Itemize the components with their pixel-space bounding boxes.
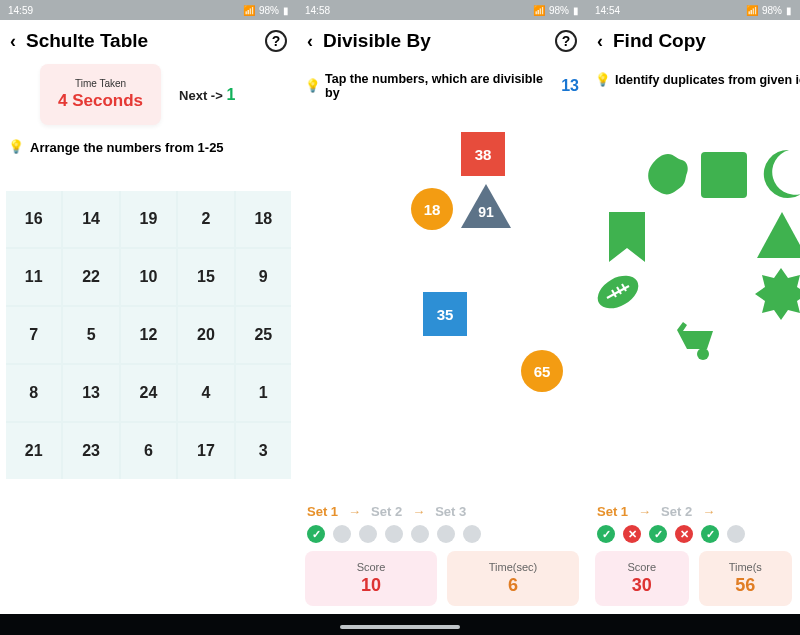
grid-cell[interactable]: 3 (236, 423, 291, 479)
wifi-icon: 📶 (243, 5, 255, 16)
arrow-icon: → (412, 504, 425, 519)
status-bar: 14:54 📶 98% ▮ (587, 0, 800, 20)
number-circle[interactable]: 18 (411, 188, 453, 230)
set-tab[interactable]: Set 1 (597, 504, 628, 519)
header: ‹ Find Copy (587, 20, 800, 58)
back-button[interactable]: ‹ (307, 31, 313, 52)
football-icon[interactable] (595, 270, 641, 314)
findcopy-screen: 14:54 📶 98% ▮ ‹ Find Copy 💡 Identify dup… (587, 0, 800, 614)
grid-cell[interactable]: 24 (121, 365, 176, 421)
grid-cell[interactable]: 12 (121, 307, 176, 363)
progress-dot (307, 525, 325, 543)
progress-dot (437, 525, 455, 543)
status-bar: 14:59 📶 98% ▮ (0, 0, 297, 20)
grid-cell[interactable]: 22 (63, 249, 118, 305)
grid-cell[interactable]: 2 (178, 191, 233, 247)
grid-cell[interactable]: 23 (63, 423, 118, 479)
grid-cell[interactable]: 1 (236, 365, 291, 421)
help-button[interactable]: ? (265, 30, 287, 52)
grid-cell[interactable]: 20 (178, 307, 233, 363)
grid-cell[interactable]: 21 (6, 423, 61, 479)
time-taken-card: Time Taken 4 Seconds (40, 64, 161, 125)
score-label: Score (599, 561, 685, 573)
help-button[interactable]: ? (555, 30, 577, 52)
progress-dot (727, 525, 745, 543)
progress-dots (587, 521, 800, 551)
grid-cell[interactable]: 15 (178, 249, 233, 305)
score-row: Score 30 Time(s 56 (587, 551, 800, 614)
instruction-row: 💡 Arrange the numbers from 1-25 (0, 135, 297, 163)
schulte-screen: 14:59 📶 98% ▮ ‹ Schulte Table ? Time Tak… (0, 0, 297, 614)
number-square[interactable]: 38 (461, 132, 505, 176)
status-time: 14:54 (595, 5, 620, 16)
number-square[interactable]: 35 (423, 292, 467, 336)
progress-dot (463, 525, 481, 543)
grid-cell[interactable]: 19 (121, 191, 176, 247)
grid-cell[interactable]: 8 (6, 365, 61, 421)
set-tab[interactable]: Set 3 (435, 504, 466, 519)
svg-marker-8 (755, 268, 800, 320)
number-circle[interactable]: 65 (521, 350, 563, 392)
page-title: Schulte Table (26, 30, 255, 52)
svg-point-9 (697, 348, 709, 360)
grid-cell[interactable]: 10 (121, 249, 176, 305)
wifi-icon: 📶 (746, 5, 758, 16)
status-time: 14:58 (305, 5, 330, 16)
summary-row: Time Taken 4 Seconds Next -> 1 (0, 58, 297, 135)
sets-row: Set 1→Set 2→ (587, 498, 800, 521)
grid-cell[interactable]: 6 (121, 423, 176, 479)
burst-icon[interactable] (755, 268, 800, 320)
svg-rect-1 (701, 152, 747, 198)
grid-cell[interactable]: 9 (236, 249, 291, 305)
triangle-icon[interactable] (757, 212, 800, 258)
grid-cell[interactable]: 16 (6, 191, 61, 247)
grid-cell[interactable]: 4 (178, 365, 233, 421)
grid-cell[interactable]: 11 (6, 249, 61, 305)
battery-text: 98% (549, 5, 569, 16)
bookmark-icon[interactable] (605, 210, 649, 264)
battery-icon: ▮ (283, 5, 289, 16)
back-button[interactable]: ‹ (10, 31, 16, 52)
time-value: 56 (703, 575, 789, 596)
score-row: Score 10 Time(sec) 6 (297, 551, 587, 614)
grid-cell[interactable]: 18 (236, 191, 291, 247)
blob-icon[interactable] (645, 152, 691, 198)
page-title: Find Copy (613, 30, 790, 52)
next-indicator: Next -> 1 (179, 86, 235, 104)
grid-cell[interactable]: 17 (178, 423, 233, 479)
grid-cell[interactable]: 5 (63, 307, 118, 363)
progress-dot (333, 525, 351, 543)
battery-icon: ▮ (786, 5, 792, 16)
grid-cell[interactable]: 14 (63, 191, 118, 247)
grid-cell[interactable]: 25 (236, 307, 291, 363)
progress-dot (385, 525, 403, 543)
arrow-icon: → (348, 504, 361, 519)
schulte-grid: 1614192181122101597512202581324412123617… (6, 191, 291, 479)
progress-dot (623, 525, 641, 543)
instruction-row: 💡 Identify duplicates from given ic (587, 58, 800, 94)
target-number: 13 (561, 77, 579, 95)
moon-icon[interactable] (757, 148, 800, 198)
set-tab[interactable]: Set 2 (661, 504, 692, 519)
instruction-text: Identify duplicates from given ic (615, 73, 800, 87)
score-value: 10 (309, 575, 433, 596)
progress-dot (701, 525, 719, 543)
divisible-screen: 14:58 📶 98% ▮ ‹ Divisible By ? 💡 Tap the… (297, 0, 587, 614)
play-area (593, 102, 800, 498)
battery-text: 98% (762, 5, 782, 16)
lightbulb-icon: 💡 (305, 78, 321, 94)
score-value: 30 (599, 575, 685, 596)
number-triangle[interactable]: 91 (461, 184, 511, 228)
score-label: Score (309, 561, 433, 573)
page-title: Divisible By (323, 30, 545, 52)
set-tab[interactable]: Set 2 (371, 504, 402, 519)
set-tab[interactable]: Set 1 (307, 504, 338, 519)
grid-cell[interactable]: 7 (6, 307, 61, 363)
arrow-icon: → (638, 504, 651, 519)
time-value: 6 (451, 575, 575, 596)
back-button[interactable]: ‹ (597, 31, 603, 52)
home-indicator[interactable] (340, 625, 460, 629)
grid-cell[interactable]: 13 (63, 365, 118, 421)
wheelbarrow-icon[interactable] (675, 320, 721, 362)
square-icon[interactable] (701, 152, 747, 198)
